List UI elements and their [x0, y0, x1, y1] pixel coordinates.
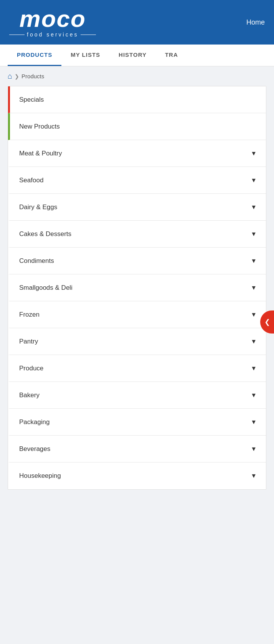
- chevron-down-icon: ▼: [251, 338, 257, 345]
- category-item[interactable]: Condiments▼: [8, 248, 266, 274]
- tab-my-lists[interactable]: MY LISTS: [61, 45, 109, 66]
- category-item[interactable]: Smallgoods & Deli▼: [8, 274, 266, 301]
- logo-subtitle: food services: [9, 31, 96, 38]
- chevron-down-icon: ▼: [251, 446, 257, 452]
- category-item[interactable]: Specials: [8, 86, 266, 113]
- chevron-down-icon: ▼: [251, 231, 257, 238]
- chevron-down-icon: ▼: [251, 419, 257, 426]
- home-icon[interactable]: ⌂: [8, 72, 12, 81]
- chevron-down-icon: ▼: [251, 392, 257, 399]
- category-label: New Products: [19, 123, 60, 130]
- category-item[interactable]: Bakery▼: [8, 382, 266, 409]
- category-label: Bakery: [19, 391, 40, 399]
- category-item[interactable]: Cakes & Desserts▼: [8, 221, 266, 248]
- breadcrumb-chevron-icon: ❯: [15, 73, 19, 79]
- nav-tabs: PRODUCTS MY LISTS HISTORY TRA: [0, 45, 274, 66]
- category-item[interactable]: Frozen▼: [8, 301, 266, 328]
- tab-tra[interactable]: TRA: [156, 45, 187, 66]
- category-label: Cakes & Desserts: [19, 230, 71, 238]
- category-label: Produce: [19, 365, 43, 372]
- home-link[interactable]: Home: [246, 18, 265, 26]
- category-item[interactable]: Meat & Poultry▼: [8, 140, 266, 167]
- category-item[interactable]: Beverages▼: [8, 436, 266, 462]
- header: moco food services Home: [0, 0, 274, 45]
- tab-history[interactable]: HISTORY: [109, 45, 156, 66]
- category-label: Beverages: [19, 445, 50, 453]
- breadcrumb-current: Products: [21, 73, 44, 79]
- logo: moco food services: [9, 7, 96, 38]
- category-label: Frozen: [19, 311, 40, 319]
- breadcrumb: ⌂ ❯ Products: [0, 66, 274, 86]
- category-item[interactable]: Seafood▼: [8, 167, 266, 194]
- category-item[interactable]: New Products: [8, 113, 266, 140]
- category-item[interactable]: Pantry▼: [8, 328, 266, 355]
- category-item[interactable]: Packaging▼: [8, 409, 266, 436]
- category-label: Packaging: [19, 418, 50, 426]
- category-label: Condiments: [19, 257, 54, 265]
- category-list: SpecialsNew ProductsMeat & Poultry▼Seafo…: [8, 86, 266, 490]
- chevron-down-icon: ▼: [251, 472, 257, 479]
- category-label: Meat & Poultry: [19, 150, 62, 157]
- category-label: Smallgoods & Deli: [19, 284, 73, 292]
- chevron-down-icon: ▼: [251, 311, 257, 318]
- category-label: Seafood: [19, 177, 43, 184]
- scroll-chevron-icon: ❮: [264, 318, 270, 326]
- tab-products[interactable]: PRODUCTS: [8, 45, 61, 66]
- chevron-down-icon: ▼: [251, 150, 257, 157]
- category-label: Specials: [19, 96, 44, 104]
- chevron-down-icon: ▼: [251, 365, 257, 372]
- category-item[interactable]: Produce▼: [8, 355, 266, 382]
- category-label: Housekeeping: [19, 472, 61, 480]
- chevron-down-icon: ▼: [251, 258, 257, 264]
- chevron-down-icon: ▼: [251, 284, 257, 291]
- category-label: Dairy & Eggs: [19, 203, 57, 211]
- category-label: Pantry: [19, 338, 38, 345]
- logo-main: moco: [20, 7, 86, 31]
- category-item[interactable]: Housekeeping▼: [8, 462, 266, 489]
- chevron-down-icon: ▼: [251, 204, 257, 211]
- chevron-down-icon: ▼: [251, 177, 257, 184]
- category-item[interactable]: Dairy & Eggs▼: [8, 194, 266, 221]
